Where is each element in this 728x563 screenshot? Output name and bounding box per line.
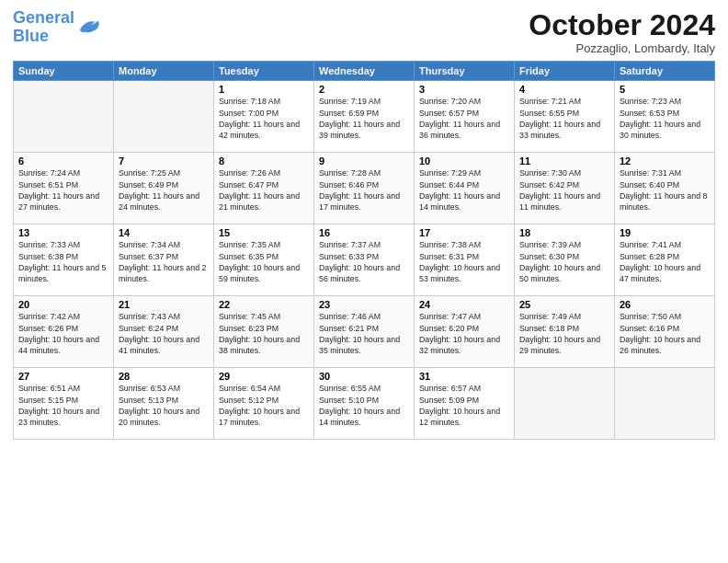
day-info: Sunrise: 7:33 AMSunset: 6:38 PMDaylight:… (18, 239, 108, 284)
day-info: Sunrise: 7:31 AMSunset: 6:40 PMDaylight:… (620, 167, 710, 213)
day-number: 28 (119, 371, 209, 382)
day-number: 6 (18, 155, 108, 167)
day-number: 20 (18, 299, 108, 310)
day-info: Sunrise: 7:50 AMSunset: 6:16 PMDaylight:… (620, 311, 710, 356)
page: General Blue October 2024 Pozzaglio, Lom… (0, 0, 728, 563)
day-info: Sunrise: 7:37 AMSunset: 6:33 PMDaylight:… (319, 239, 409, 284)
day-number: 9 (319, 155, 409, 167)
calendar-cell: 11Sunrise: 7:30 AMSunset: 6:42 PMDayligh… (515, 153, 615, 224)
day-info: Sunrise: 7:26 AMSunset: 6:47 PMDaylight:… (219, 167, 309, 213)
day-number: 1 (219, 84, 309, 95)
day-info: Sunrise: 6:57 AMSunset: 5:09 PMDaylight:… (419, 383, 509, 428)
calendar-cell (114, 81, 214, 153)
day-info: Sunrise: 7:23 AMSunset: 6:53 PMDaylight:… (620, 96, 710, 141)
calendar-cell: 10Sunrise: 7:29 AMSunset: 6:44 PMDayligh… (415, 153, 515, 224)
header: General Blue October 2024 Pozzaglio, Lom… (13, 9, 715, 55)
calendar-week-3: 13Sunrise: 7:33 AMSunset: 6:38 PMDayligh… (14, 224, 715, 296)
day-info: Sunrise: 7:28 AMSunset: 6:46 PMDaylight:… (319, 167, 409, 213)
calendar-cell: 16Sunrise: 7:37 AMSunset: 6:33 PMDayligh… (314, 224, 415, 296)
calendar-cell: 14Sunrise: 7:34 AMSunset: 6:37 PMDayligh… (114, 224, 214, 296)
day-info: Sunrise: 7:20 AMSunset: 6:57 PMDaylight:… (419, 96, 509, 141)
day-number: 25 (519, 299, 609, 310)
weekday-header-thursday: Thursday (415, 62, 515, 81)
calendar-cell: 28Sunrise: 6:53 AMSunset: 5:13 PMDayligh… (114, 368, 214, 440)
logo: General Blue (13, 9, 102, 46)
day-number: 8 (219, 155, 309, 167)
weekday-header-monday: Monday (114, 62, 214, 81)
calendar-cell: 22Sunrise: 7:45 AMSunset: 6:23 PMDayligh… (214, 296, 314, 368)
calendar-cell: 3Sunrise: 7:20 AMSunset: 6:57 PMDaylight… (415, 81, 515, 153)
calendar-cell: 9Sunrise: 7:28 AMSunset: 6:46 PMDaylight… (314, 153, 415, 224)
day-number: 19 (620, 227, 710, 238)
day-number: 31 (419, 371, 509, 382)
day-number: 13 (18, 227, 108, 238)
calendar-cell: 12Sunrise: 7:31 AMSunset: 6:40 PMDayligh… (615, 153, 715, 224)
day-number: 16 (319, 227, 409, 238)
day-info: Sunrise: 7:42 AMSunset: 6:26 PMDaylight:… (18, 311, 108, 356)
calendar-cell: 31Sunrise: 6:57 AMSunset: 5:09 PMDayligh… (415, 368, 515, 440)
day-number: 24 (419, 299, 509, 310)
weekday-header-sunday: Sunday (14, 62, 114, 81)
day-info: Sunrise: 7:49 AMSunset: 6:18 PMDaylight:… (519, 311, 609, 356)
day-info: Sunrise: 7:45 AMSunset: 6:23 PMDaylight:… (219, 311, 309, 356)
day-info: Sunrise: 7:38 AMSunset: 6:31 PMDaylight:… (419, 239, 509, 284)
weekday-header-wednesday: Wednesday (314, 62, 415, 81)
day-info: Sunrise: 6:55 AMSunset: 5:10 PMDaylight:… (319, 383, 409, 428)
day-number: 12 (620, 155, 710, 167)
day-number: 10 (419, 155, 509, 167)
day-number: 29 (219, 371, 309, 382)
day-number: 30 (319, 371, 409, 382)
calendar-cell: 17Sunrise: 7:38 AMSunset: 6:31 PMDayligh… (415, 224, 515, 296)
day-number: 2 (319, 84, 409, 95)
calendar-cell: 8Sunrise: 7:26 AMSunset: 6:47 PMDaylight… (214, 153, 314, 224)
day-info: Sunrise: 6:53 AMSunset: 5:13 PMDaylight:… (119, 383, 209, 428)
calendar-week-5: 27Sunrise: 6:51 AMSunset: 5:15 PMDayligh… (14, 368, 715, 440)
calendar-cell: 7Sunrise: 7:25 AMSunset: 6:49 PMDaylight… (114, 153, 214, 224)
day-number: 4 (519, 84, 609, 95)
weekday-header-friday: Friday (515, 62, 615, 81)
calendar-week-2: 6Sunrise: 7:24 AMSunset: 6:51 PMDaylight… (14, 153, 715, 224)
day-info: Sunrise: 7:24 AMSunset: 6:51 PMDaylight:… (18, 167, 108, 213)
day-number: 11 (519, 155, 609, 167)
day-number: 21 (119, 299, 209, 310)
day-number: 14 (119, 227, 209, 238)
day-info: Sunrise: 7:35 AMSunset: 6:35 PMDaylight:… (219, 239, 309, 284)
day-info: Sunrise: 7:41 AMSunset: 6:28 PMDaylight:… (620, 239, 710, 284)
calendar-cell: 30Sunrise: 6:55 AMSunset: 5:10 PMDayligh… (314, 368, 415, 440)
logo-bird-icon (76, 17, 102, 38)
calendar-cell: 29Sunrise: 6:54 AMSunset: 5:12 PMDayligh… (214, 368, 314, 440)
day-info: Sunrise: 6:51 AMSunset: 5:15 PMDaylight:… (18, 383, 108, 428)
calendar-cell: 25Sunrise: 7:49 AMSunset: 6:18 PMDayligh… (515, 296, 615, 368)
calendar-cell: 4Sunrise: 7:21 AMSunset: 6:55 PMDaylight… (515, 81, 615, 153)
calendar-cell (515, 368, 615, 440)
calendar-cell: 1Sunrise: 7:18 AMSunset: 7:00 PMDaylight… (214, 81, 314, 153)
calendar-cell: 20Sunrise: 7:42 AMSunset: 6:26 PMDayligh… (14, 296, 114, 368)
day-info: Sunrise: 7:47 AMSunset: 6:20 PMDaylight:… (419, 311, 509, 356)
calendar-cell: 27Sunrise: 6:51 AMSunset: 5:15 PMDayligh… (14, 368, 114, 440)
calendar-cell: 18Sunrise: 7:39 AMSunset: 6:30 PMDayligh… (515, 224, 615, 296)
day-info: Sunrise: 7:18 AMSunset: 7:00 PMDaylight:… (219, 96, 309, 141)
month-title: October 2024 (529, 9, 715, 41)
weekday-header-saturday: Saturday (615, 62, 715, 81)
day-info: Sunrise: 7:25 AMSunset: 6:49 PMDaylight:… (119, 167, 209, 213)
day-number: 27 (18, 371, 108, 382)
day-number: 5 (620, 84, 710, 95)
calendar-cell: 23Sunrise: 7:46 AMSunset: 6:21 PMDayligh… (314, 296, 415, 368)
weekday-header-tuesday: Tuesday (214, 62, 314, 81)
day-info: Sunrise: 7:34 AMSunset: 6:37 PMDaylight:… (119, 239, 209, 284)
weekday-header-row: SundayMondayTuesdayWednesdayThursdayFrid… (14, 62, 715, 81)
calendar-cell: 13Sunrise: 7:33 AMSunset: 6:38 PMDayligh… (14, 224, 114, 296)
day-number: 3 (419, 84, 509, 95)
day-number: 7 (119, 155, 209, 167)
calendar-cell: 6Sunrise: 7:24 AMSunset: 6:51 PMDaylight… (14, 153, 114, 224)
day-number: 26 (620, 299, 710, 310)
day-number: 23 (319, 299, 409, 310)
day-number: 17 (419, 227, 509, 238)
calendar-cell: 24Sunrise: 7:47 AMSunset: 6:20 PMDayligh… (415, 296, 515, 368)
calendar-cell: 19Sunrise: 7:41 AMSunset: 6:28 PMDayligh… (615, 224, 715, 296)
day-info: Sunrise: 7:29 AMSunset: 6:44 PMDaylight:… (419, 167, 509, 213)
day-info: Sunrise: 7:30 AMSunset: 6:42 PMDaylight:… (519, 167, 609, 213)
day-number: 18 (519, 227, 609, 238)
title-block: October 2024 Pozzaglio, Lombardy, Italy (529, 9, 715, 55)
calendar-cell (615, 368, 715, 440)
